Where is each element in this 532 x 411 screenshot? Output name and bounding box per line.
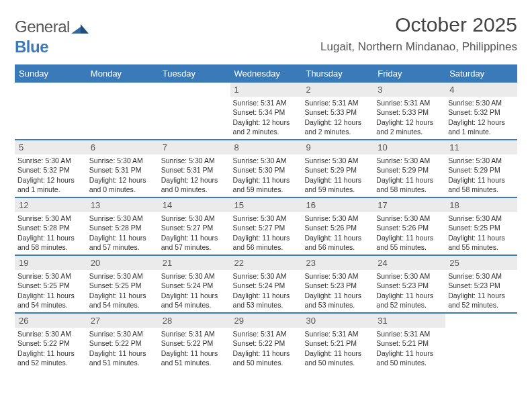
day-number: 16 (302, 198, 373, 213)
sunrise-text: Sunrise: 5:31 AM (304, 329, 371, 338)
sunset-text: Sunset: 5:22 PM (89, 338, 156, 348)
calendar-cell (445, 314, 517, 370)
calendar-cell: 10Sunrise: 5:30 AMSunset: 5:29 PMDayligh… (373, 140, 445, 197)
header: GeneralBlue October 2025 Lugait, Norther… (15, 13, 517, 56)
sunset-text: Sunset: 5:28 PM (17, 223, 84, 232)
day-info: Sunrise: 5:30 AMSunset: 5:25 PMDaylight:… (445, 212, 517, 253)
weeks-container: 1Sunrise: 5:31 AMSunset: 5:34 PMDaylight… (15, 83, 517, 370)
calendar-cell: 4Sunrise: 5:30 AMSunset: 5:32 PMDaylight… (445, 83, 517, 139)
daylight-text: Daylight: 11 hours and 59 minutes. (304, 175, 371, 194)
sunrise-text: Sunrise: 5:30 AM (89, 271, 156, 281)
daylight-text: Daylight: 12 hours and 2 minutes. (233, 118, 300, 136)
daylight-text: Daylight: 11 hours and 52 minutes. (448, 291, 515, 310)
day-info: Sunrise: 5:30 AMSunset: 5:23 PMDaylight:… (302, 270, 373, 311)
sunset-text: Sunset: 5:32 PM (17, 165, 84, 175)
sunrise-text: Sunrise: 5:31 AM (233, 98, 300, 107)
day-info: Sunrise: 5:30 AMSunset: 5:26 PMDaylight:… (302, 212, 373, 253)
sunrise-text: Sunrise: 5:30 AM (17, 271, 84, 281)
day-info: Sunrise: 5:31 AMSunset: 5:21 PMDaylight:… (373, 328, 445, 369)
day-number: 10 (373, 140, 445, 155)
daylight-text: Daylight: 11 hours and 51 minutes. (161, 349, 228, 367)
sunrise-text: Sunrise: 5:30 AM (448, 214, 515, 223)
day-number: 31 (373, 314, 445, 328)
calendar-cell: 12Sunrise: 5:30 AMSunset: 5:28 PMDayligh… (15, 198, 87, 255)
day-number: 27 (87, 314, 159, 328)
sunrise-text: Sunrise: 5:30 AM (304, 271, 371, 281)
svg-marker-0 (71, 27, 81, 34)
logo-word2: Blue (15, 38, 48, 56)
daylight-text: Daylight: 12 hours and 1 minute. (448, 118, 515, 136)
sunrise-text: Sunrise: 5:30 AM (89, 156, 156, 165)
day-number: 18 (445, 198, 517, 213)
day-info: Sunrise: 5:30 AMSunset: 5:26 PMDaylight:… (373, 212, 445, 253)
sunrise-text: Sunrise: 5:30 AM (448, 271, 515, 281)
sunrise-text: Sunrise: 5:30 AM (233, 271, 300, 281)
day-number: 29 (230, 314, 302, 328)
day-number: 11 (445, 140, 517, 155)
daylight-text: Daylight: 11 hours and 57 minutes. (89, 233, 156, 252)
calendar-cell: 27Sunrise: 5:30 AMSunset: 5:22 PMDayligh… (87, 314, 159, 370)
calendar-cell: 1Sunrise: 5:31 AMSunset: 5:34 PMDaylight… (230, 83, 302, 139)
sunset-text: Sunset: 5:27 PM (161, 223, 228, 232)
sunrise-text: Sunrise: 5:31 AM (304, 98, 371, 107)
sunset-text: Sunset: 5:26 PM (304, 223, 371, 232)
day-number: 5 (15, 140, 87, 155)
sunset-text: Sunset: 5:24 PM (161, 281, 228, 290)
sunset-text: Sunset: 5:31 PM (161, 165, 228, 175)
day-number: 6 (87, 140, 159, 155)
location-text: Lugait, Northern Mindanao, Philippines (320, 40, 517, 54)
daylight-text: Daylight: 11 hours and 52 minutes. (17, 349, 84, 367)
sunset-text: Sunset: 5:33 PM (376, 107, 443, 117)
day-number: 9 (302, 140, 373, 155)
sunset-text: Sunset: 5:21 PM (304, 338, 371, 348)
day-header-cell: Tuesday (159, 64, 230, 83)
calendar-cell: 3Sunrise: 5:31 AMSunset: 5:33 PMDaylight… (373, 83, 445, 139)
week-row: 1Sunrise: 5:31 AMSunset: 5:34 PMDaylight… (15, 83, 517, 139)
sunset-text: Sunset: 5:21 PM (376, 338, 443, 348)
logo: GeneralBlue (15, 17, 89, 56)
sunset-text: Sunset: 5:22 PM (17, 338, 84, 348)
calendar-cell: 30Sunrise: 5:31 AMSunset: 5:21 PMDayligh… (302, 314, 373, 370)
calendar-cell: 23Sunrise: 5:30 AMSunset: 5:23 PMDayligh… (302, 256, 373, 312)
logo-mark-icon (71, 19, 89, 38)
sunrise-text: Sunrise: 5:30 AM (89, 214, 156, 223)
day-number: 24 (373, 256, 445, 271)
title-block: October 2025 Lugait, Northern Mindanao, … (320, 13, 517, 54)
day-info: Sunrise: 5:30 AMSunset: 5:24 PMDaylight:… (230, 270, 302, 311)
daylight-text: Daylight: 11 hours and 54 minutes. (89, 291, 156, 310)
day-info: Sunrise: 5:30 AMSunset: 5:31 PMDaylight:… (159, 154, 230, 195)
day-number: 17 (373, 198, 445, 213)
day-info: Sunrise: 5:31 AMSunset: 5:21 PMDaylight:… (302, 328, 373, 369)
svg-marker-1 (81, 24, 89, 34)
daylight-text: Daylight: 12 hours and 2 minutes. (304, 118, 371, 136)
week-row: 5Sunrise: 5:30 AMSunset: 5:32 PMDaylight… (15, 139, 517, 197)
day-info: Sunrise: 5:30 AMSunset: 5:28 PMDaylight:… (15, 212, 87, 253)
sunrise-text: Sunrise: 5:30 AM (448, 98, 515, 107)
day-header-cell: Saturday (445, 64, 517, 83)
day-info: Sunrise: 5:30 AMSunset: 5:25 PMDaylight:… (87, 270, 159, 311)
day-info: Sunrise: 5:31 AMSunset: 5:34 PMDaylight:… (230, 97, 302, 138)
calendar-cell: 16Sunrise: 5:30 AMSunset: 5:26 PMDayligh… (302, 198, 373, 255)
calendar-cell: 9Sunrise: 5:30 AMSunset: 5:29 PMDaylight… (302, 140, 373, 197)
day-header-cell: Sunday (15, 64, 87, 83)
day-info: Sunrise: 5:30 AMSunset: 5:27 PMDaylight:… (230, 212, 302, 253)
calendar-cell: 29Sunrise: 5:31 AMSunset: 5:22 PMDayligh… (230, 314, 302, 370)
daylight-text: Daylight: 11 hours and 57 minutes. (161, 233, 228, 252)
sunrise-text: Sunrise: 5:30 AM (89, 329, 156, 338)
day-info: Sunrise: 5:30 AMSunset: 5:32 PMDaylight:… (15, 154, 87, 195)
daylight-text: Daylight: 11 hours and 56 minutes. (233, 233, 300, 252)
sunset-text: Sunset: 5:29 PM (304, 165, 371, 175)
sunset-text: Sunset: 5:26 PM (376, 223, 443, 232)
sunrise-text: Sunrise: 5:31 AM (161, 329, 228, 338)
calendar-cell (15, 83, 87, 139)
day-header-cell: Friday (373, 64, 445, 83)
calendar-cell: 5Sunrise: 5:30 AMSunset: 5:32 PMDaylight… (15, 140, 87, 197)
day-info: Sunrise: 5:30 AMSunset: 5:30 PMDaylight:… (230, 154, 302, 195)
daylight-text: Daylight: 12 hours and 1 minute. (17, 175, 84, 194)
day-number: 1 (230, 83, 302, 97)
day-number: 26 (15, 314, 87, 328)
calendar-cell: 19Sunrise: 5:30 AMSunset: 5:25 PMDayligh… (15, 256, 87, 312)
day-number: 7 (159, 140, 230, 155)
sunset-text: Sunset: 5:29 PM (448, 165, 515, 175)
sunset-text: Sunset: 5:29 PM (376, 165, 443, 175)
